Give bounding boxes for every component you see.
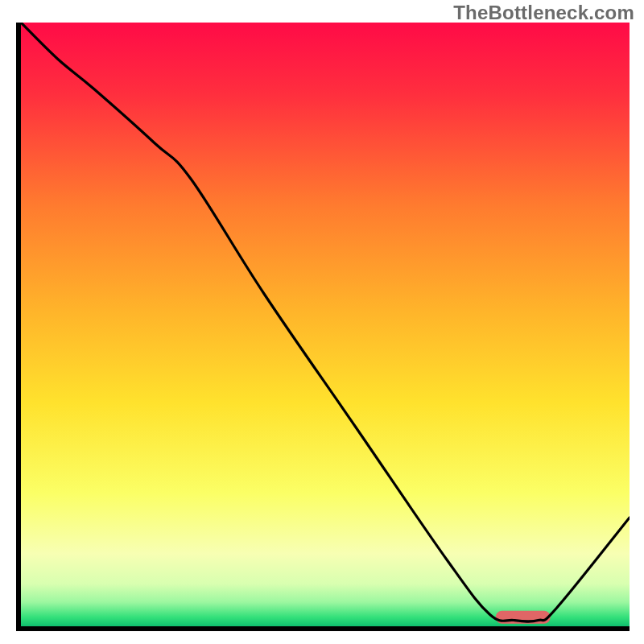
watermark-label: TheBottleneck.com [453,2,634,24]
chart-container: TheBottleneck.com [0,0,644,644]
plot-area [21,23,630,626]
bottleneck-curve [21,23,630,626]
